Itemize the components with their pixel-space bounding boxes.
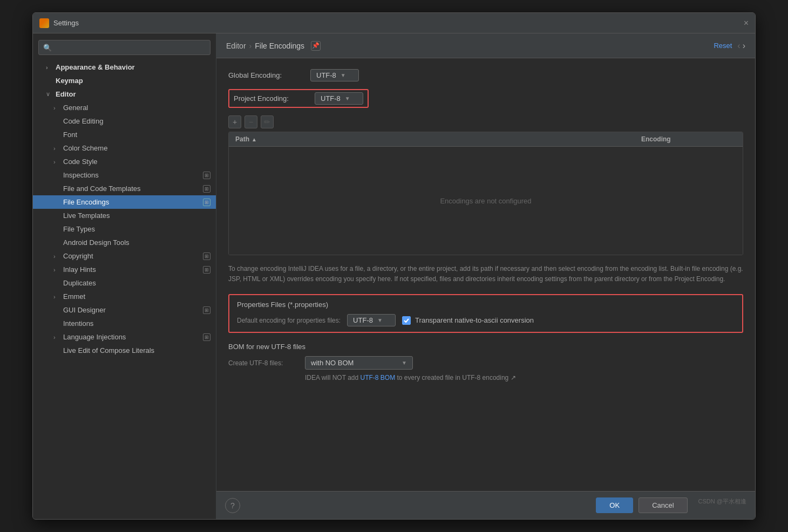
csdn-badge: CSDN @平水相逢: [698, 497, 746, 513]
close-button[interactable]: ×: [744, 18, 749, 28]
project-encoding-outline: Project Encoding: UTF-8 ▼: [228, 89, 369, 108]
arrow-icon: ›: [46, 64, 53, 71]
bom-dropdown[interactable]: with NO BOM ▼: [305, 356, 413, 370]
idea-note-1: IDEA will NOT add: [305, 374, 360, 381]
sidebar-item-file-encodings[interactable]: › File Encodings ⊞: [33, 195, 216, 209]
sidebar-item-duplicates[interactable]: › Duplicates: [33, 276, 216, 290]
header-actions: Reset ‹ ›: [714, 41, 745, 51]
sidebar-item-live-edit-compose[interactable]: › Live Edit of Compose Literals: [33, 344, 216, 357]
sidebar-item-editor[interactable]: ∨ Editor: [33, 87, 216, 101]
sidebar-item-label: Code Style: [63, 158, 98, 166]
transparent-checkbox-row: Transparent native-to-ascii conversion: [402, 316, 534, 325]
arrow-icon: ›: [53, 145, 61, 152]
sidebar-item-emmet[interactable]: › Emmet: [33, 290, 216, 303]
add-button[interactable]: +: [228, 115, 241, 128]
ok-button[interactable]: OK: [596, 497, 633, 513]
sidebar-item-label: Android Design Tools: [63, 238, 130, 247]
app-icon: [39, 18, 49, 28]
arrow-icon: ›: [53, 267, 61, 273]
project-encoding-dropdown[interactable]: UTF-8 ▼: [315, 92, 363, 105]
idea-note: IDEA will NOT add UTF-8 BOM to every cre…: [228, 374, 743, 381]
properties-section-box: Properties Files (*.properties) Default …: [228, 294, 743, 333]
settings-dialog: Settings × › Appearance & Behavior › Key…: [32, 12, 756, 520]
window-title: Settings: [53, 19, 79, 27]
dropdown-caret-icon: ▼: [377, 317, 383, 323]
project-encoding-value: UTF-8: [321, 94, 341, 103]
sidebar-item-label: Live Edit of Compose Literals: [63, 346, 154, 354]
edit-button[interactable]: ✏: [261, 115, 274, 128]
sidebar-item-label: Copyright: [63, 252, 93, 260]
sidebar-item-general[interactable]: › General: [33, 101, 216, 114]
remove-button[interactable]: −: [244, 115, 257, 128]
sidebar-item-font[interactable]: › Font: [33, 128, 216, 141]
sidebar-item-color-scheme[interactable]: › Color Scheme: [33, 141, 216, 155]
search-box[interactable]: [38, 40, 210, 55]
global-encoding-row: Global Encoding: UTF-8 ▼: [228, 69, 743, 81]
sidebar-item-label: Duplicates: [63, 279, 96, 287]
sidebar-item-label: Code Editing: [63, 117, 103, 125]
sidebar-item-appearance[interactable]: › Appearance & Behavior: [33, 60, 216, 74]
sidebar-item-inlay-hints[interactable]: › Inlay Hints ⊞: [33, 263, 216, 276]
sidebar-item-copyright[interactable]: › Copyright ⊞: [33, 249, 216, 263]
sidebar-item-label: Live Templates: [63, 212, 110, 220]
badge-icon: ⊞: [203, 333, 210, 341]
sidebar-item-intentions[interactable]: › Intentions: [33, 317, 216, 330]
nav-back-button[interactable]: ‹: [737, 41, 740, 51]
dropdown-caret-icon: ▼: [402, 360, 407, 366]
sidebar-item-code-editing[interactable]: › Code Editing: [33, 114, 216, 128]
sidebar-item-android-design-tools[interactable]: › Android Design Tools: [33, 236, 216, 249]
utf8-bom-link[interactable]: UTF-8 BOM: [360, 374, 395, 381]
arrow-icon: ›: [53, 294, 61, 300]
bom-section: BOM for new UTF-8 files Create UTF-8 fil…: [228, 343, 743, 381]
badge-icon: ⊞: [203, 172, 210, 179]
sidebar-item-language-injections[interactable]: › Language Injections ⊞: [33, 330, 216, 344]
dropdown-caret-icon: ▼: [341, 72, 346, 78]
sidebar-item-label: Intentions: [63, 319, 93, 328]
column-path: Path ▲: [229, 132, 635, 146]
nav-forward-button[interactable]: ›: [743, 41, 745, 51]
sidebar-item-label: File and Code Templates: [63, 185, 141, 193]
breadcrumb-root: Editor: [226, 42, 246, 50]
sidebar-item-label: Appearance & Behavior: [56, 63, 135, 71]
sidebar: › Appearance & Behavior › Keymap ∨ Edito…: [33, 33, 216, 519]
sidebar-item-code-style[interactable]: › Code Style: [33, 155, 216, 168]
sidebar-item-inspections[interactable]: › Inspections ⊞: [33, 168, 216, 182]
badge-icon: ⊞: [203, 185, 210, 193]
bom-section-title: BOM for new UTF-8 files: [228, 343, 743, 351]
properties-encoding-dropdown[interactable]: UTF-8 ▼: [347, 314, 396, 326]
info-text: To change encoding IntelliJ IDEA uses fo…: [228, 264, 743, 284]
column-encoding: Encoding: [635, 132, 743, 146]
column-path-label: Path: [235, 135, 249, 143]
sidebar-item-live-templates[interactable]: › Live Templates: [33, 209, 216, 222]
sidebar-item-label: Keymap: [56, 77, 83, 85]
properties-section-title: Properties Files (*.properties): [237, 301, 735, 309]
breadcrumb: Editor › File Encodings 📌: [226, 41, 321, 51]
sidebar-item-gui-designer[interactable]: › GUI Designer ⊞: [33, 303, 216, 317]
sidebar-item-label: Font: [63, 131, 77, 139]
title-bar: Settings ×: [33, 13, 755, 33]
sidebar-item-label: Color Scheme: [63, 144, 107, 152]
sidebar-item-label: Emmet: [63, 292, 85, 301]
pencil-icon: ✏: [264, 118, 270, 126]
global-encoding-dropdown[interactable]: UTF-8 ▼: [310, 69, 359, 81]
sort-arrow-icon: ▲: [252, 137, 257, 142]
sidebar-item-keymap[interactable]: › Keymap: [33, 74, 216, 87]
arrow-icon: ›: [53, 159, 61, 165]
pin-icon[interactable]: 📌: [311, 41, 321, 51]
bom-create-row: Create UTF-8 files: with NO BOM ▼: [228, 356, 743, 370]
sidebar-item-label: Inlay Hints: [63, 265, 96, 274]
cancel-button[interactable]: Cancel: [638, 497, 687, 513]
sidebar-item-file-types[interactable]: › File Types: [33, 222, 216, 236]
help-button[interactable]: ?: [225, 498, 240, 513]
search-input[interactable]: [43, 44, 206, 52]
breadcrumb-current: File Encodings: [255, 42, 304, 50]
global-encoding-label: Global Encoding:: [228, 71, 304, 79]
dialog-footer: ? OK Cancel CSDN @平水相逢: [216, 491, 755, 519]
sidebar-item-file-code-templates[interactable]: › File and Code Templates ⊞: [33, 182, 216, 195]
main-content: Editor › File Encodings 📌 Reset ‹ ›: [216, 33, 755, 519]
reset-button[interactable]: Reset: [714, 42, 732, 50]
arrow-icon: ∨: [46, 91, 53, 98]
transparent-checkbox[interactable]: [402, 316, 411, 325]
sidebar-item-label: General: [63, 104, 88, 112]
plus-icon: +: [233, 118, 237, 126]
